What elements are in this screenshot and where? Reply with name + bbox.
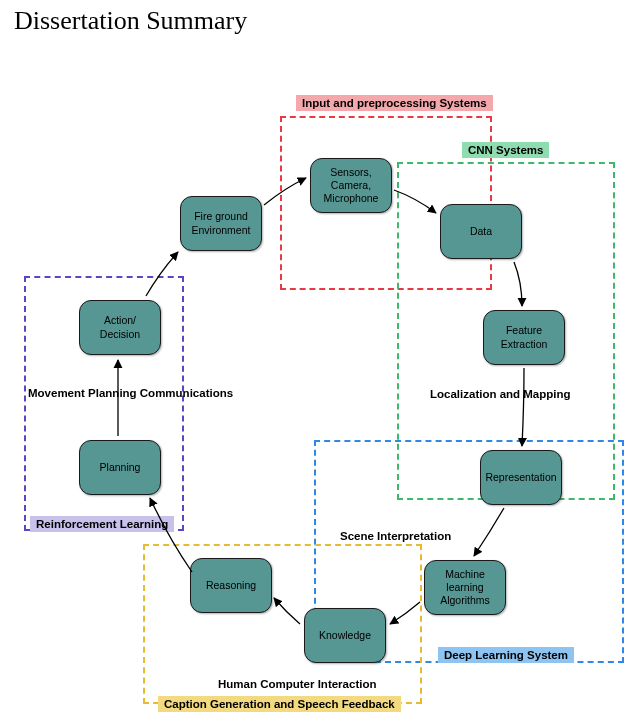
label-deep: Deep Learning System — [438, 647, 574, 663]
node-sensors: Sensors, Camera, Microphone — [310, 158, 392, 213]
label-scene: Scene Interpretation — [340, 530, 451, 542]
label-locmap: Localization and Mapping — [430, 388, 571, 400]
label-cnn: CNN Systems — [462, 142, 549, 158]
label-rl: Reinforcement Learning — [30, 516, 174, 532]
label-input: Input and preprocessing Systems — [296, 95, 493, 111]
node-featext: Feature Extraction — [483, 310, 565, 365]
label-hci: Human Computer Interaction — [218, 678, 376, 690]
node-planning: Planning — [79, 440, 161, 495]
label-caption: Caption Generation and Speech Feedback — [158, 696, 401, 712]
label-move: Movement Planning Communications — [28, 386, 233, 401]
node-knowledge: Knowledge — [304, 608, 386, 663]
node-action: Action/ Decision — [79, 300, 161, 355]
page-title: Dissertation Summary — [14, 6, 247, 36]
node-ml: Machine learning Algorithms — [424, 560, 506, 615]
node-repr: Representation — [480, 450, 562, 505]
node-env: Fire ground Environment — [180, 196, 262, 251]
node-data: Data — [440, 204, 522, 259]
node-reasoning: Reasoning — [190, 558, 272, 613]
